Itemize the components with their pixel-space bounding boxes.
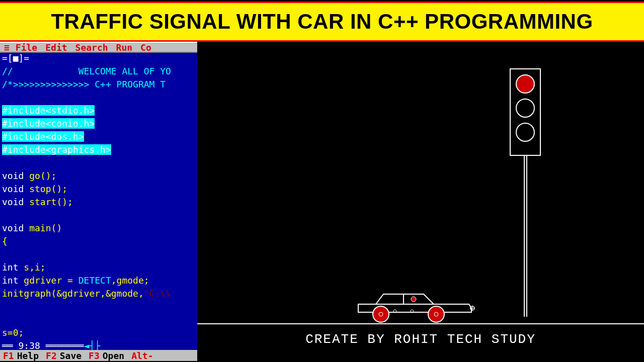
- traffic-light: [510, 68, 541, 156]
- window-title-border: =[■]=: [0, 53, 197, 64]
- red-light: [516, 74, 535, 94]
- menu-search[interactable]: Search: [75, 42, 108, 53]
- editor-panel: ≡ File Edit Search Run Co =[■]= // WELCO…: [0, 42, 197, 361]
- traffic-pole: [524, 156, 527, 317]
- menu-compile[interactable]: Co: [140, 42, 151, 53]
- ground-line: [197, 323, 644, 324]
- menu-file[interactable]: File: [16, 42, 37, 53]
- code-decl: int gdriver = DETECT,gmode;: [2, 274, 195, 287]
- window-control-mark: =[■]=: [0, 53, 197, 64]
- code-brace: {: [2, 235, 195, 248]
- svg-point-2: [411, 297, 416, 302]
- code-decl: int s,i;: [2, 261, 195, 274]
- main-area: ≡ File Edit Search Run Co =[■]= // WELCO…: [0, 42, 644, 361]
- menu-icon[interactable]: ≡: [4, 42, 10, 53]
- code-editor[interactable]: // WELCOME ALL OF YO /*>>>>>>>>>>>>>> C+…: [0, 64, 197, 353]
- menubar: ≡ File Edit Search Run Co: [0, 42, 197, 53]
- graphics-output: CREATE BY ROHIT TECH STUDY: [197, 42, 644, 361]
- code-proto: void go();: [2, 169, 195, 183]
- svg-point-5: [428, 306, 444, 322]
- banner-title: TRAFFIC SIGNAL WITH CAR IN C++ PROGRAMMI…: [51, 10, 593, 34]
- code-proto: void stop();: [2, 183, 195, 196]
- green-light: [516, 123, 535, 142]
- yellow-light: [516, 99, 535, 118]
- alt-key[interactable]: Alt-: [131, 350, 153, 361]
- code-proto: void start();: [2, 196, 195, 209]
- code-comment: // WELCOME ALL OF YO: [2, 65, 195, 78]
- code-comment: /*>>>>>>>>>>>>>> C++ PROGRAM T: [2, 78, 195, 91]
- menu-run[interactable]: Run: [116, 42, 133, 53]
- code-call: initgraph(&gdriver,&gmode,"C:\\: [2, 287, 195, 300]
- car-icon: [356, 288, 481, 323]
- code-include: #include<dos.h>: [2, 130, 195, 143]
- title-banner: TRAFFIC SIGNAL WITH CAR IN C++ PROGRAMMI…: [0, 2, 644, 42]
- code-include: #include<graphics.h>: [2, 143, 195, 156]
- credit-text: CREATE BY ROHIT TECH STUDY: [197, 332, 644, 347]
- code-assign: s=0;: [2, 326, 195, 339]
- code-include: #include<stdio.h>: [2, 104, 195, 117]
- function-key-bar: F1Help F2Save F3Open Alt-: [0, 350, 197, 361]
- code-main: void main(): [2, 222, 195, 235]
- f2-label: Save: [60, 350, 82, 361]
- f1-label: Help: [17, 350, 39, 361]
- f3-label: Open: [103, 350, 124, 361]
- f2-key[interactable]: F2: [46, 350, 57, 361]
- svg-point-3: [373, 306, 389, 322]
- f3-key[interactable]: F3: [89, 350, 100, 361]
- code-include: #include<conio.h>: [2, 117, 195, 130]
- menu-edit[interactable]: Edit: [45, 42, 67, 53]
- f1-key[interactable]: F1: [3, 350, 14, 361]
